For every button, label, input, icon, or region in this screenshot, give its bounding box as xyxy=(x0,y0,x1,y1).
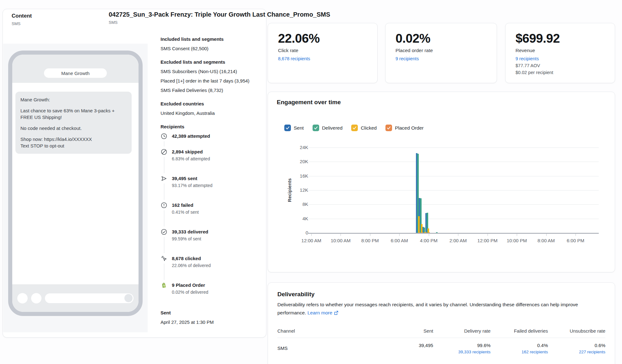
revenue-per-recipient: $0.02 per recipient xyxy=(516,70,605,75)
legend-label: Sent xyxy=(294,125,304,131)
sent-cell: 39,495 xyxy=(376,338,433,358)
external-link-icon xyxy=(334,309,338,318)
funnel-value: 39,495 sent xyxy=(172,175,264,182)
channel-cell: SMS xyxy=(277,338,376,358)
x-tick-label: 8:00 PM xyxy=(356,238,385,243)
phone-footer xyxy=(12,284,139,312)
chart-bar-clicked xyxy=(418,216,420,233)
sent-section: Sent April 27, 2025 at 1:30 PM xyxy=(161,310,264,325)
chart-bar-delivered xyxy=(436,232,438,233)
shopify-icon: S xyxy=(161,282,167,289)
funnel-item: 39,495 sent93.17% of attempted xyxy=(161,175,264,202)
funnel-value: 9 Placed Order xyxy=(172,282,264,288)
gridline xyxy=(308,190,599,190)
gridline xyxy=(308,219,599,219)
excluded-countries-section: Excluded countries United Kingdom, Austr… xyxy=(161,101,264,116)
campaign-subtitle: SMS xyxy=(109,20,259,25)
excluded-list-item: SMS Failed Deliveries (8,732) xyxy=(161,87,264,94)
phone-input-icon xyxy=(124,294,133,302)
x-axis-line xyxy=(308,233,599,234)
legend-label: Delivered xyxy=(322,125,342,131)
phone-footer-circle xyxy=(31,293,41,303)
funnel-sub: 0.41% of sent xyxy=(172,210,264,215)
sender-pill: Mane Growth xyxy=(44,68,107,78)
table-row: SMS 39,495 99.6% 39,333 recipients 0.4% … xyxy=(277,338,605,358)
gridline xyxy=(308,176,599,176)
legend-checkbox-delivered[interactable]: Delivered xyxy=(313,125,342,131)
click-rate-label: Click rate xyxy=(278,48,367,53)
sms-message-bubble: Mane Growth:Last chance to save 63% on M… xyxy=(15,92,132,154)
engagement-chart-title: Engagement over time xyxy=(277,99,341,106)
funnel-sub: 22.06% of delivered xyxy=(172,263,264,268)
sent-title: Sent xyxy=(161,310,264,315)
x-tick-mark xyxy=(311,234,312,236)
legend-checkbox-sent[interactable]: Sent xyxy=(284,125,304,131)
x-tick-mark xyxy=(399,234,400,236)
deliverability-title: Deliverability xyxy=(277,291,605,298)
funnel-value: 8,678 clicked xyxy=(172,255,264,262)
placed-order-rate-value: 0.02% xyxy=(396,31,487,46)
chart-bar-placed_order xyxy=(425,232,427,233)
legend-checkbox-clicked[interactable]: Clicked xyxy=(351,125,377,131)
unsubscribed-recipients-link[interactable]: 227 recipients xyxy=(548,350,605,354)
y-tick-label: 4K xyxy=(286,216,308,221)
click-icon xyxy=(161,255,167,262)
unsubscribe-rate-cell: 0.6% 227 recipients xyxy=(548,338,605,358)
campaign-header: 042725_Sun_3-Pack Frenzy: Triple Your Gr… xyxy=(109,11,259,25)
send-icon xyxy=(161,175,167,182)
included-list-item: SMS Consent (62,500) xyxy=(161,45,264,52)
excluded-lists-section: Excluded lists and segments SMS Subscrib… xyxy=(161,59,264,94)
funnel-sub: 6.83% of attempted xyxy=(172,156,264,161)
sms-preview-panel: Mane Growth Mane Growth:Last chance to s… xyxy=(3,44,148,332)
funnel-item: 8,678 clicked22.06% of delivered xyxy=(161,255,264,282)
x-tick-label: 12:00 PM xyxy=(473,238,502,243)
delivered-recipients-link[interactable]: 39,333 recipients xyxy=(433,350,491,354)
click-rate-recipients-link[interactable]: 8,678 recipients xyxy=(278,56,310,61)
chart-bar-placed_order xyxy=(419,232,420,233)
content-panel: Content SMS 042725_Sun_3-Pack Frenzy: Tr… xyxy=(3,9,266,338)
y-tick-label: 24K xyxy=(286,145,308,150)
sent-date: April 27, 2025 at 1:30 PM xyxy=(161,319,264,325)
check-icon xyxy=(161,228,167,235)
deliverability-description: Deliverability refers to whether your me… xyxy=(277,301,605,318)
funnel-sub: 0.02% of delivered xyxy=(172,290,264,295)
phone-footer-circle xyxy=(17,293,28,303)
checkbox-icon[interactable] xyxy=(351,125,358,131)
content-header: Content SMS xyxy=(12,13,32,26)
excluded-list-item: Placed [1+] order in the last 7 days (3,… xyxy=(161,78,264,84)
failed-recipients-link[interactable]: 162 recipients xyxy=(491,350,548,354)
x-tick-label: 2:00 AM xyxy=(444,238,472,243)
phone-message-input xyxy=(45,293,134,303)
checkbox-icon[interactable] xyxy=(284,125,291,131)
included-lists-section: Included lists and segments SMS Consent … xyxy=(161,36,264,52)
funnel-item: 162 failed0.41% of sent xyxy=(161,202,264,228)
revenue-value: $699.92 xyxy=(516,31,605,46)
revenue-recipients-link[interactable]: 9 recipients xyxy=(516,56,539,61)
legend-label: Clicked xyxy=(361,125,377,131)
x-tick-mark xyxy=(546,234,547,236)
x-tick-label: 8:00 AM xyxy=(532,238,561,243)
checkbox-icon[interactable] xyxy=(385,125,392,131)
learn-more-link[interactable]: Learn more xyxy=(308,310,338,315)
campaign-details: Included lists and segments SMS Consent … xyxy=(161,36,264,333)
included-lists-title: Included lists and segments xyxy=(161,36,264,42)
excluded-countries-title: Excluded countries xyxy=(161,101,264,106)
x-tick-mark xyxy=(488,234,488,236)
x-tick-mark xyxy=(517,234,517,236)
checkbox-icon[interactable] xyxy=(313,125,319,131)
x-tick-mark xyxy=(429,234,429,236)
chart-bar-placed_order xyxy=(428,232,430,233)
chart-bar-placed_order xyxy=(422,232,423,233)
skip-icon xyxy=(161,148,167,155)
placed-order-recipients-link[interactable]: 9 recipients xyxy=(396,56,419,61)
recipients-section: Recipients 42,389 attempted2,894 skipped… xyxy=(161,124,264,302)
x-tick-label: 6:00 AM xyxy=(385,238,414,243)
failed-deliveries-cell: 0.4% 162 recipients xyxy=(491,338,548,358)
funnel-value: 162 failed xyxy=(172,202,264,208)
col-failed-deliveries: Failed deliveries xyxy=(491,325,548,338)
funnel-value: 42,389 attempted xyxy=(172,133,264,139)
funnel-item: S9 Placed Order0.02% of delivered xyxy=(161,282,264,302)
y-tick-label: 20K xyxy=(286,159,308,164)
legend-checkbox-placed-order[interactable]: Placed Order xyxy=(385,125,423,131)
click-rate-card: 22.06% Click rate 8,678 recipients xyxy=(268,23,378,83)
